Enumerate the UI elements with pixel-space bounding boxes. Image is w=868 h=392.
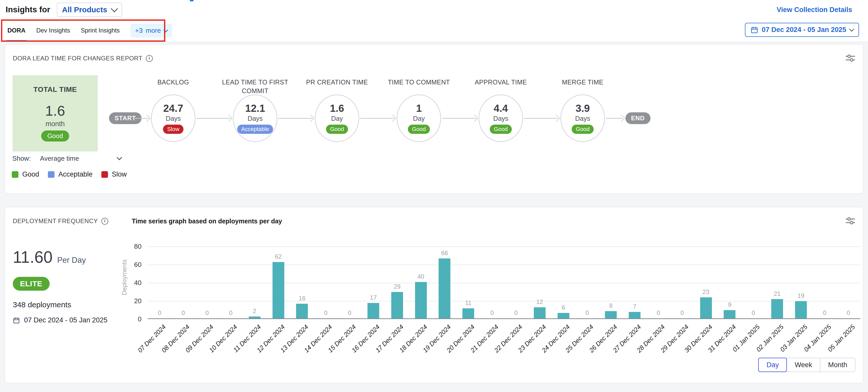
product-selector[interactable]: All Products (57, 3, 122, 17)
flow-arrow (360, 115, 396, 121)
show-label: Show: (12, 155, 31, 162)
chevron-down-icon (111, 5, 118, 12)
flow-arrow (524, 115, 559, 121)
chart-gridline (148, 301, 860, 301)
arrow-head-icon (471, 115, 478, 122)
granularity-control: DayWeekMonth (758, 358, 856, 372)
stage-circle[interactable]: 12.1DaysAcceptable (233, 94, 277, 142)
deployment-bar[interactable] (273, 262, 284, 318)
bar-value-label: 7 (624, 303, 645, 310)
tab-sprint-insights[interactable]: Sprint Insights (81, 19, 120, 42)
bar-value-label: 0 (577, 309, 597, 316)
stage-unit: Days (575, 115, 590, 123)
y-axis-tick: 0 (125, 315, 142, 323)
tabs: DORADev InsightsSprint Insights (7, 19, 120, 42)
lead-time-card-title: DORA LEAD TIME FOR CHANGES REPORT (13, 55, 142, 62)
tab-dev-insights[interactable]: Dev Insights (36, 19, 70, 42)
stage-unit: Days (165, 115, 181, 123)
arrow-head-icon (553, 115, 560, 122)
stage-name: PR CREATION TIME (301, 78, 373, 87)
bar-value-label: 0 (339, 309, 360, 316)
lead-time-card: DORA LEAD TIME FOR CHANGES REPORT TOTAL … (5, 44, 863, 194)
sliders-settings-icon[interactable] (845, 216, 856, 225)
sliders-settings-icon[interactable] (845, 54, 856, 62)
y-axis-tick: 40 (125, 279, 142, 287)
deployment-bar[interactable] (771, 299, 783, 318)
deployment-bar[interactable] (795, 301, 807, 318)
bar-value-label: 0 (814, 309, 835, 316)
deployment-bar[interactable] (629, 312, 641, 318)
legend-label: Acceptable (58, 171, 93, 178)
arrow-head-icon (618, 115, 625, 122)
stage-circle[interactable]: 24.7DaysSlow (151, 94, 195, 142)
view-collection-details-link[interactable]: View Collection Details (777, 6, 852, 13)
stage-status-badge: Good (408, 125, 430, 134)
tab-label: DORA (7, 27, 26, 34)
chart-gridline (148, 265, 860, 265)
stage-value: 12.1 (245, 102, 265, 114)
tab-dora[interactable]: DORA (7, 19, 26, 42)
deployment-rate-value: 11.60 (13, 248, 53, 267)
stage-circle[interactable]: 1DayGood (397, 94, 441, 142)
deployment-bar[interactable] (249, 316, 260, 318)
status-legend: GoodAcceptableSlow (12, 171, 127, 178)
deployment-bar[interactable] (558, 313, 569, 318)
stage-name: LEAD TIME TO FIRST COMMIT (219, 78, 291, 95)
chevron-down-icon (163, 28, 168, 32)
bar-value-label: 6 (553, 304, 574, 311)
deployment-bar[interactable] (534, 307, 546, 318)
bar-value-label: 12 (529, 298, 550, 305)
stage-unit: Days (493, 115, 508, 123)
deployment-rate: 11.60 Per Day (13, 248, 86, 267)
deployment-bar[interactable] (391, 292, 403, 318)
bar-value-label: 23 (696, 289, 716, 296)
bar-value-label: 0 (482, 309, 502, 316)
stage-circle[interactable]: 1.6DayGood (315, 94, 359, 142)
deployment-card-title-row: DEPLOYMENT FREQUENCY (13, 217, 108, 225)
arrow-head-icon (389, 115, 396, 122)
deployment-bar[interactable] (296, 304, 308, 318)
lead-time-card-title-row: DORA LEAD TIME FOR CHANGES REPORT (13, 55, 153, 62)
granularity-month-button[interactable]: Month (820, 358, 856, 372)
more-tabs-button[interactable]: +3 more (130, 24, 172, 38)
total-deployments: 348 deployments (13, 300, 71, 309)
bar-value-label: 9 (719, 301, 740, 308)
stage-name: MERGE TIME (547, 78, 619, 87)
flow-arrow (606, 115, 624, 121)
deployment-rate-unit: Per Day (57, 255, 86, 265)
bar-value-label: 8 (600, 302, 621, 309)
deployment-bar[interactable] (700, 297, 712, 318)
granularity-day-button[interactable]: Day (758, 358, 787, 372)
stage-circle[interactable]: 3.9DaysGood (560, 94, 605, 142)
granularity-week-button[interactable]: Week (786, 358, 820, 372)
flow-arrow (278, 115, 314, 121)
date-range-value: 07 Dec 2024 - 05 Jan 2025 (762, 26, 846, 34)
bar-value-label: 19 (791, 292, 811, 299)
stage-unit: Days (247, 115, 262, 123)
info-icon[interactable] (146, 55, 153, 62)
y-axis-tick: 20 (125, 297, 142, 305)
stage-circle[interactable]: 4.4DaysGood (478, 94, 523, 142)
chart-title: Time series graph based on deployments p… (132, 217, 282, 225)
chart-gridline (148, 246, 860, 247)
bar-value-label: 2 (244, 307, 265, 315)
info-icon[interactable] (101, 218, 108, 225)
stage-value: 3.9 (576, 102, 590, 114)
top-header: Insights for All Products View Collectio… (0, 0, 868, 19)
date-range-picker[interactable]: 07 Dec 2024 - 05 Jan 2025 (745, 23, 859, 37)
deployment-bar[interactable] (462, 308, 474, 318)
legend-item-acceptable: Acceptable (48, 171, 93, 178)
deployment-bar[interactable] (605, 311, 617, 318)
show-selector[interactable]: Show: Average time (12, 155, 121, 162)
calendar-icon (13, 317, 20, 324)
bar-value-label: 0 (315, 309, 336, 316)
bar-value-label: 0 (743, 309, 764, 316)
deployment-bar[interactable] (724, 310, 736, 318)
deployment-bar[interactable] (368, 303, 379, 318)
bar-value-label: 0 (506, 309, 526, 316)
deployment-bar[interactable] (439, 259, 451, 318)
deployment-bar[interactable] (415, 282, 427, 318)
bar-value-label: 0 (221, 309, 241, 316)
chevron-down-icon (849, 27, 854, 32)
stage-unit: Day (331, 115, 343, 123)
